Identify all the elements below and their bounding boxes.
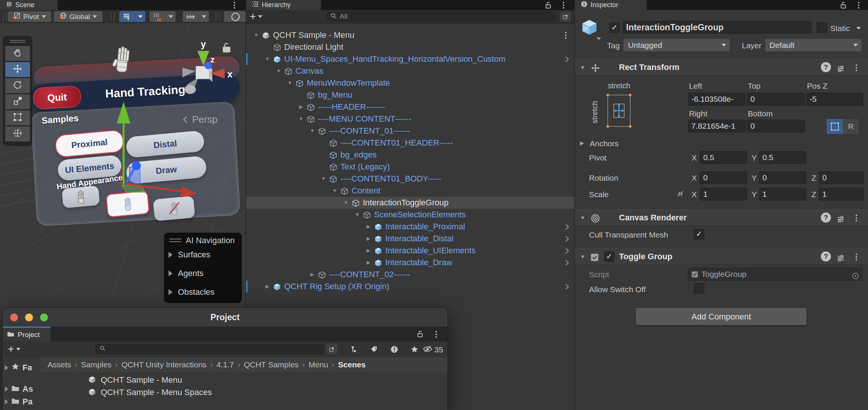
project-file-qcht-sample-menu[interactable]: QCHT Sample - Menu (88, 374, 182, 386)
canvas-renderer-header[interactable]: ▼ Canvas Renderer ? (575, 209, 868, 226)
foldout-closed-icon[interactable]: ▶ (297, 101, 305, 113)
lock-icon[interactable] (840, 1, 847, 10)
scale-z-field[interactable] (819, 188, 864, 201)
hierarchy-row-menu-content[interactable]: ▼----MENU CONTENT------ (246, 113, 575, 125)
foldout-open-icon[interactable]: ▼ (319, 173, 328, 185)
rotation-y-field[interactable] (759, 171, 806, 184)
object-picker-icon[interactable] (852, 271, 859, 283)
toggle-group-header[interactable]: ▼ ✓ Toggle Group ? (575, 248, 868, 265)
add-component-button[interactable]: Add Component (635, 308, 807, 325)
anchors-foldout-icon[interactable]: ▶ (580, 140, 584, 146)
foldout-closed-icon[interactable]: ▶ (364, 245, 373, 257)
foldout-open-icon[interactable]: ▼ (580, 59, 585, 75)
breadcrumb-assets[interactable]: Assets (48, 360, 71, 369)
hierarchy-row-content-01[interactable]: ▼----CONTENT_01------ (246, 125, 575, 137)
foldout-closed-icon[interactable]: ▶ (263, 281, 271, 293)
component-menu-kebab[interactable] (856, 67, 857, 68)
filter-by-label-icon[interactable] (367, 344, 382, 355)
open-prefab-chevron[interactable] (563, 260, 569, 266)
object-name-field[interactable] (623, 21, 811, 34)
hierarchy-row-interactiontogglegroup[interactable]: ▼InteractionToggleGroup (246, 197, 575, 209)
hierarchy-row-interactable-draw[interactable]: ▶Interactable_Draw (246, 257, 575, 269)
open-prefab-chevron[interactable] (563, 56, 569, 62)
toggle-group-enabled-checkbox[interactable]: ✓ (604, 251, 614, 262)
allow-switch-off-checkbox[interactable] (694, 283, 704, 294)
blueprint-mode-button[interactable] (826, 119, 843, 134)
static-checkbox[interactable] (817, 22, 827, 33)
hierarchy-row-qcht-rig-setup-xr-origin[interactable]: ▶QCHT Rig Setup (XR Origin) (246, 281, 575, 293)
active-checkbox[interactable]: ✓ (609, 22, 620, 33)
breadcrumb-qcht-samples[interactable]: QCHT Samples (244, 360, 299, 369)
breadcrumb-4-1-7[interactable]: 4.1.7 (216, 360, 234, 369)
hierarchy-menu-kebab[interactable] (563, 4, 564, 6)
breadcrumb-qcht-unity-interactions[interactable]: QCHT Unity Interactions (121, 360, 206, 369)
hierarchy-row-content01-header[interactable]: ----CONTENT01_HEADER----- (246, 137, 575, 149)
hierarchy-search[interactable] (326, 12, 557, 21)
project-menu-kebab[interactable] (435, 334, 437, 335)
hierarchy-row-ui-menu-spaces-handtracking-horizontalversion-custom[interactable]: ▼UI-Menu_Spaces_HandTracking_HorizontalV… (246, 53, 575, 65)
tab-hierarchy[interactable]: Hierarchy (246, 0, 321, 10)
raw-edit-button[interactable]: R (843, 119, 859, 134)
foldout-open-icon[interactable]: ▼ (580, 210, 585, 226)
foldout-closed-icon[interactable]: ▶ (364, 257, 373, 269)
help-icon[interactable]: ? (821, 251, 831, 261)
cull-transparent-mesh-checkbox[interactable]: ✓ (694, 229, 704, 239)
create-object-dropdown[interactable]: + (250, 11, 262, 22)
component-menu-kebab[interactable] (856, 256, 857, 258)
foldout-open-icon[interactable]: ▼ (331, 185, 339, 197)
hierarchy-row-content01-body[interactable]: ▼----CONTENT01_BODY----- (246, 173, 575, 185)
rotate-tool-button[interactable] (5, 78, 30, 93)
foldout-closed-icon[interactable]: ▶ (308, 269, 316, 281)
presets-icon[interactable] (836, 213, 845, 229)
open-prefab-chevron[interactable] (563, 248, 569, 254)
hierarchy-row-content[interactable]: ▼Content (246, 185, 575, 197)
open-prefab-chevron[interactable] (563, 236, 569, 242)
layer-dropdown[interactable]: Default (765, 39, 862, 52)
project-sidebar-fa[interactable]: Fa (5, 362, 32, 373)
foldout-closed-icon[interactable]: ▶ (364, 233, 373, 245)
tab-inspector[interactable]: Inspector (575, 0, 647, 10)
script-field[interactable]: ToggleGroup (688, 268, 862, 281)
top-field[interactable] (747, 93, 805, 105)
project-search[interactable] (95, 344, 324, 354)
hierarchy-row-canvas[interactable]: ▼Canvas (246, 65, 575, 77)
open-prefab-chevron[interactable] (563, 224, 569, 230)
rect-transform-header[interactable]: ▼ Rect Transform ? (575, 59, 868, 76)
project-file-qcht-sample-menu-spaces[interactable]: QCHT Sample - Menu Spaces (88, 386, 212, 398)
move-tool-button[interactable] (5, 62, 30, 77)
open-prefab-chevron[interactable] (563, 284, 569, 290)
tab-project[interactable]: Project (3, 327, 51, 342)
posz-field[interactable] (806, 93, 863, 105)
scale-y-field[interactable] (759, 188, 806, 201)
ai-nav-item-obstacles[interactable]: Obstacles (169, 287, 215, 297)
foldout-open-icon[interactable]: ▼ (286, 77, 294, 89)
search-in-window-icon[interactable] (560, 12, 571, 22)
breadcrumb-scenes[interactable]: Scenes (338, 360, 366, 369)
hierarchy-row-qcht-sample-menu[interactable]: ▼QCHT Sample - Menu (246, 29, 575, 41)
anchor-preset-widget[interactable] (606, 93, 632, 130)
foldout-closed-icon[interactable]: ▶ (364, 221, 373, 233)
static-dropdown-caret[interactable] (856, 27, 861, 30)
hierarchy-row-sceneselectionelements[interactable]: ▼SceneSelectionElements (246, 209, 575, 221)
help-icon[interactable]: ? (821, 212, 831, 223)
create-asset-dropdown[interactable]: + (8, 344, 21, 354)
right-field[interactable] (688, 120, 746, 132)
presets-icon[interactable] (836, 63, 845, 79)
foldout-open-icon[interactable]: ▼ (263, 53, 271, 65)
left-field[interactable] (688, 93, 746, 105)
foldout-open-icon[interactable]: ▼ (580, 249, 585, 264)
presets-icon[interactable] (836, 252, 845, 268)
project-sidebar-as[interactable]: As (5, 384, 33, 394)
rotation-z-field[interactable] (819, 171, 864, 184)
rotation-x-field[interactable] (700, 171, 747, 184)
breadcrumb-menu[interactable]: Menu (309, 360, 328, 369)
foldout-open-icon[interactable]: ▼ (274, 65, 283, 77)
overlay-drag-handle[interactable] (10, 40, 25, 41)
transform-tool-button[interactable] (5, 126, 30, 141)
lock-icon[interactable] (545, 1, 552, 10)
hierarchy-row-interactable-uielements[interactable]: ▶Interactable_UIElements (246, 245, 575, 257)
hierarchy-row-directional-light[interactable]: Directional Light (246, 41, 575, 53)
tag-dropdown[interactable]: Untagged (623, 39, 730, 52)
prefab-header-caret[interactable] (597, 37, 601, 40)
pan-tool-button[interactable] (5, 46, 30, 61)
